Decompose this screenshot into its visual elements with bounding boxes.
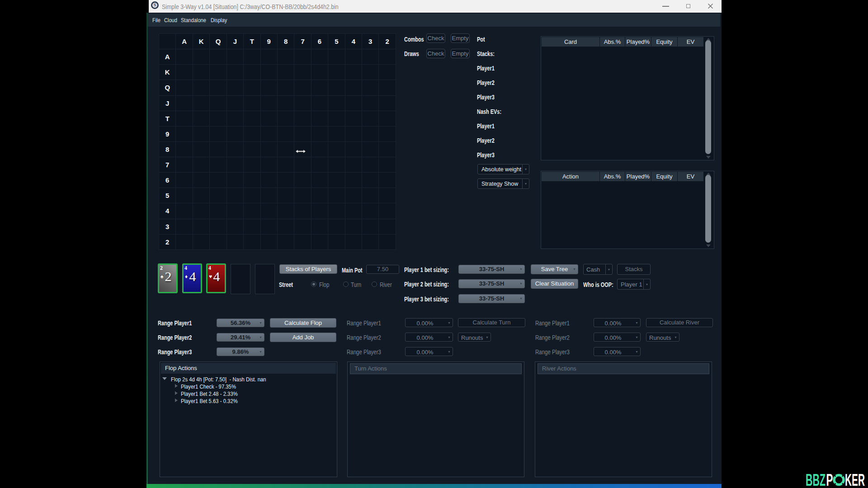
svg-text:BBZ: BBZ <box>806 472 826 488</box>
svg-text:KER: KER <box>845 472 865 488</box>
svg-text:P: P <box>826 472 833 488</box>
